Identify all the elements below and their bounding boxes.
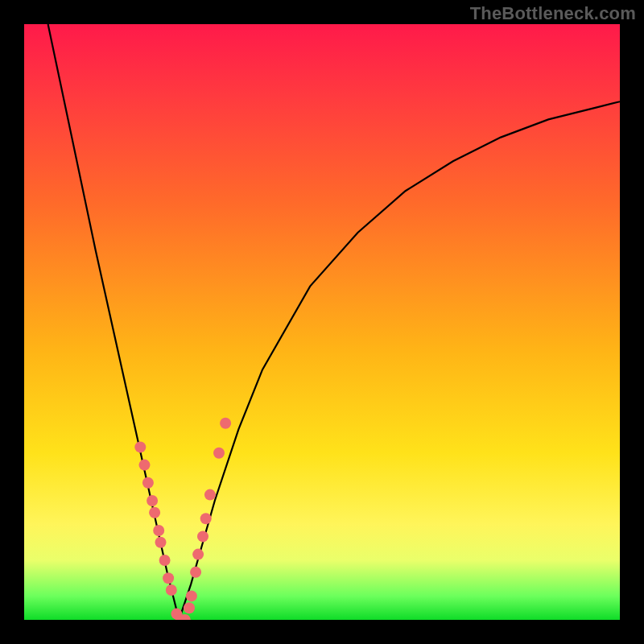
sample-dots-group: [134, 418, 231, 620]
watermark-text: TheBottleneck.com: [470, 3, 636, 24]
sample-dot: [134, 441, 146, 452]
sample-dot: [155, 537, 167, 548]
sample-dot: [159, 555, 171, 566]
sample-dot: [139, 460, 151, 471]
bottleneck-curve: [48, 24, 620, 620]
sample-dot: [184, 602, 195, 613]
chart-frame: TheBottleneck.com: [0, 0, 644, 644]
sample-dot: [192, 549, 204, 560]
sample-dot: [197, 530, 208, 542]
sample-dot: [166, 584, 177, 596]
sample-dot: [190, 567, 201, 578]
sample-dot: [163, 572, 174, 584]
sample-dot: [153, 525, 164, 536]
sample-dot: [213, 448, 225, 459]
sample-dot: [149, 507, 160, 518]
plot-area: [24, 24, 620, 620]
chart-svg: [24, 24, 620, 620]
sample-dot: [147, 495, 158, 506]
sample-dot: [186, 590, 197, 601]
sample-dot: [204, 489, 216, 501]
sample-dot: [220, 418, 231, 429]
sample-dot: [200, 513, 212, 524]
sample-dot: [142, 477, 154, 489]
